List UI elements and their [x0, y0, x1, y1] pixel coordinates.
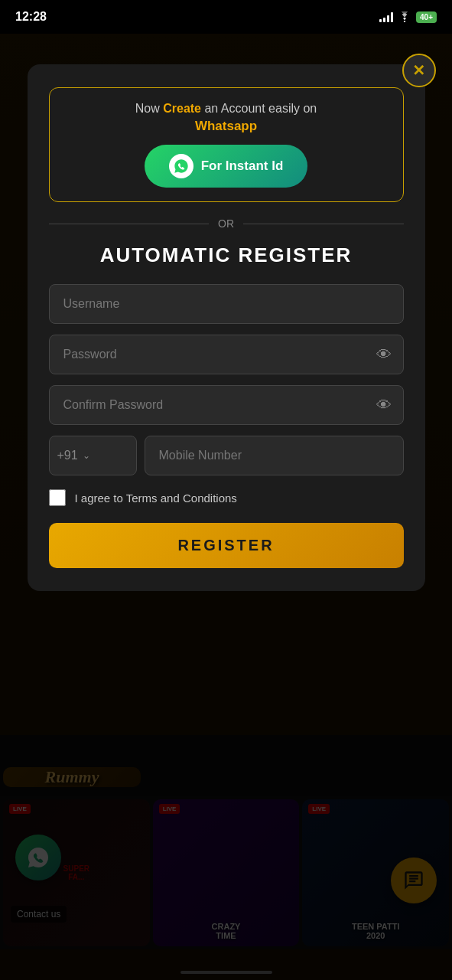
password-input[interactable] [49, 335, 404, 374]
status-indicators: 40+ [379, 11, 437, 23]
register-title: AUTOMATIC REGISTER [49, 243, 404, 267]
username-input[interactable] [49, 284, 404, 324]
status-bar: 12:28 40+ [0, 0, 452, 34]
username-field [49, 284, 404, 324]
country-code-select[interactable]: +91 ⌄ [49, 436, 137, 475]
whatsapp-instant-id-button[interactable]: For Instant Id [145, 145, 308, 188]
whatsapp-btn-label: For Instant Id [201, 158, 284, 174]
battery-indicator: 40+ [416, 11, 437, 23]
mobile-number-input[interactable] [145, 436, 404, 475]
whatsapp-tagline: Now Create an Account easily on [65, 102, 388, 116]
modal-overlay: ✕ Now Create an Account easily on Whatsa… [0, 34, 452, 980]
close-button[interactable]: ✕ [402, 54, 436, 87]
terms-row: I agree to Terms and Conditions [49, 489, 404, 506]
signal-icon [379, 11, 393, 22]
confirm-password-eye-icon[interactable]: 👁 [376, 397, 392, 414]
svg-point-0 [404, 21, 405, 22]
confirm-password-field: 👁 [49, 385, 404, 425]
terms-checkbox[interactable] [49, 489, 66, 506]
phone-row: +91 ⌄ [49, 436, 404, 475]
whatsapp-app-name: Whatsapp [65, 119, 388, 134]
time: 12:28 [15, 10, 47, 24]
dropdown-chevron-icon: ⌄ [83, 450, 90, 461]
wifi-icon [398, 11, 411, 22]
whatsapp-logo-icon [169, 154, 193, 178]
divider: OR [49, 217, 404, 230]
register-button[interactable]: REGISTER [49, 523, 404, 568]
confirm-password-input[interactable] [49, 385, 404, 425]
terms-label[interactable]: I agree to Terms and Conditions [75, 492, 237, 505]
register-modal: ✕ Now Create an Account easily on Whatsa… [28, 64, 425, 591]
password-eye-icon[interactable]: 👁 [376, 346, 392, 364]
country-code-value: +91 [57, 449, 78, 462]
whatsapp-section: Now Create an Account easily on Whatsapp… [49, 87, 404, 202]
password-field: 👁 [49, 335, 404, 374]
